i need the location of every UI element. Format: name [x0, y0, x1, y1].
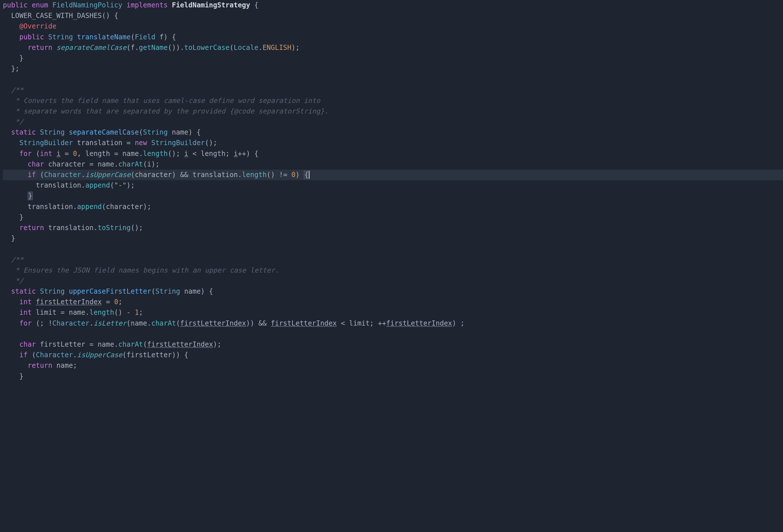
eq: =	[122, 139, 135, 147]
brace: }	[20, 213, 23, 221]
blank-line	[3, 75, 7, 83]
blank-line	[3, 330, 7, 338]
space	[267, 319, 271, 327]
class-ref: Character	[36, 351, 73, 359]
method-call: separateCamelCase	[57, 44, 127, 52]
rparen: );	[151, 160, 159, 168]
constant: ENGLISH	[262, 44, 291, 52]
semi: ;	[73, 362, 77, 369]
end: );	[291, 44, 300, 52]
interface-name: FieldNamingStrategy	[172, 1, 250, 9]
var: translation	[28, 203, 73, 211]
var: translation	[77, 139, 122, 147]
code-line: };	[3, 65, 20, 73]
code-line: return separateCamelCase(f.getName()).to…	[3, 44, 300, 52]
param-name: f	[159, 33, 163, 41]
param-type: Field	[135, 33, 155, 41]
number: 0	[291, 171, 295, 179]
semi: ;	[118, 298, 122, 306]
keyword-if: if	[20, 351, 28, 359]
eq: =	[85, 340, 98, 348]
method-call: isUpperCase	[85, 171, 131, 179]
dot: .	[258, 44, 262, 52]
open: (	[28, 351, 36, 359]
keyword-return: return	[20, 224, 44, 232]
open: (; !	[32, 319, 52, 327]
rparen: );	[213, 340, 221, 348]
brace: }	[11, 234, 15, 242]
code-line: * Ensures the JSON field names begins wi…	[3, 266, 279, 274]
method-call: length	[143, 150, 168, 158]
blank-line	[3, 245, 7, 253]
rparen: )	[172, 171, 180, 179]
ne-op: !=	[279, 171, 287, 179]
code-line: */	[3, 277, 23, 285]
keyword-if: if	[28, 171, 36, 179]
code-line: * separate words that are separated by t…	[3, 107, 328, 115]
arg: firstLetterIndex	[180, 319, 246, 327]
var: limit	[349, 319, 370, 327]
code-line: translation.append(character);	[3, 203, 151, 211]
arg: firstLetterIndex	[271, 319, 337, 327]
method-call: charAt	[151, 319, 176, 327]
rparen: )	[295, 171, 304, 179]
var-i: i	[233, 150, 238, 158]
and-op: &&	[180, 171, 188, 179]
code-line: */	[3, 118, 23, 126]
lparen: (	[122, 351, 126, 359]
var-length: length	[201, 150, 226, 158]
javadoc-text: * separate words that are separated by t…	[11, 107, 233, 115]
code-line: static String upperCaseFirstLetter(Strin…	[3, 288, 213, 295]
param-name: name	[184, 288, 201, 295]
var: firstLetterIndex	[36, 298, 102, 306]
space	[287, 171, 291, 179]
end: ();	[205, 139, 217, 147]
lparen: (	[143, 340, 147, 348]
brace-semi: };	[11, 65, 20, 73]
open: (	[36, 171, 44, 179]
arg: firstLetter	[127, 351, 172, 359]
var: character	[48, 160, 85, 168]
eq: =	[85, 160, 98, 168]
code-line: * Converts the field name that uses came…	[3, 97, 320, 105]
javadoc-close: */	[11, 118, 23, 126]
keyword-static: static	[11, 288, 36, 295]
close: ) {	[246, 150, 258, 158]
var: translation	[192, 171, 238, 179]
keyword-int: int	[40, 150, 52, 158]
method-call: append	[77, 203, 102, 211]
semi: ;	[139, 308, 143, 317]
code-line: LOWER_CASE_WITH_DASHES() {	[3, 12, 118, 20]
rparen-brace: )) {	[172, 351, 188, 359]
param-name: name	[172, 128, 188, 136]
brace: {	[110, 12, 118, 20]
method-name: separateCamelCase	[69, 128, 139, 136]
class-ref: Character	[52, 319, 89, 327]
inc: ++	[238, 150, 246, 158]
javadoc-tag: @code	[233, 107, 254, 115]
javadoc-text: * Ensures the JSON field names begins wi…	[11, 266, 279, 274]
code-line: /**	[3, 256, 23, 264]
dot: .	[85, 308, 89, 317]
lparen: (	[139, 128, 143, 136]
semi: ; ++	[370, 319, 386, 327]
class-ref: Locale	[233, 44, 258, 52]
space	[131, 308, 135, 317]
code-line: char firstLetter = name.charAt(firstLett…	[3, 340, 221, 348]
var: name	[122, 150, 139, 158]
rparen: ))	[246, 319, 258, 327]
keyword-for: for	[20, 319, 32, 327]
code-line: @Override	[3, 22, 57, 30]
code-editor[interactable]: public enum FieldNamingPolicy implements…	[0, 0, 783, 382]
keyword-public: public	[3, 1, 28, 9]
space	[188, 171, 192, 179]
call: ()).	[168, 44, 184, 52]
var: name	[69, 308, 85, 317]
override-annotation: @Override	[20, 22, 57, 30]
eq: =	[57, 308, 69, 317]
brace: }	[20, 54, 23, 62]
method-call: length	[242, 171, 267, 179]
dot: .	[94, 224, 98, 232]
code-line: }	[3, 54, 23, 62]
arg: i	[147, 160, 151, 168]
